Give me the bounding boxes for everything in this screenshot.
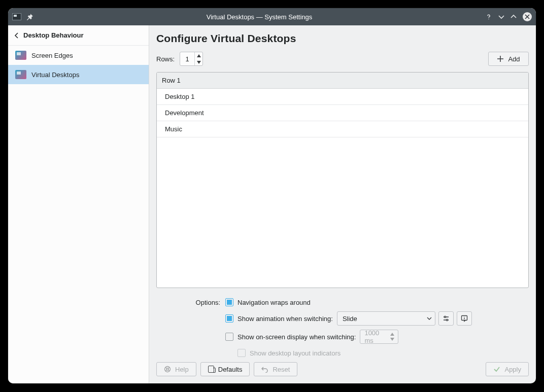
titlebar: Virtual Desktops — System Settings bbox=[8, 8, 536, 25]
show-layout-label: Show desktop layout indicators bbox=[250, 349, 341, 357]
about-animation-button[interactable] bbox=[457, 311, 472, 326]
sidebar: Desktop Behaviour Screen Edges Virtual D… bbox=[8, 25, 149, 383]
maximize-icon[interactable] bbox=[511, 14, 517, 20]
minimize-icon[interactable] bbox=[498, 14, 504, 20]
sliders-icon bbox=[443, 315, 450, 322]
animation-select-value: Slide bbox=[343, 315, 424, 323]
show-anim-checkbox[interactable] bbox=[225, 314, 233, 323]
show-anim-label: Show animation when switching: bbox=[237, 315, 333, 323]
svg-point-6 bbox=[166, 368, 168, 370]
list-item[interactable]: Music bbox=[157, 121, 528, 137]
osd-duration-spinbox: 1000 ms bbox=[360, 330, 398, 344]
undo-icon bbox=[261, 366, 268, 373]
sidebar-item-label: Virtual Desktops bbox=[31, 71, 79, 79]
chevron-left-icon bbox=[14, 32, 19, 39]
reset-button[interactable]: Reset bbox=[254, 362, 297, 376]
main-panel: Configure Virtual Desktops Rows: 1 Add bbox=[149, 25, 536, 383]
show-layout-checkbox bbox=[237, 349, 246, 357]
sidebar-item-screen-edges[interactable]: Screen Edges bbox=[8, 46, 149, 65]
app-menu-icon[interactable] bbox=[12, 13, 21, 20]
options-section: Options: Navigation wraps around Show an… bbox=[156, 294, 529, 361]
screen-edges-icon bbox=[15, 51, 26, 60]
dialog-buttons: Help Defaults Reset Apply bbox=[156, 362, 529, 376]
rows-label: Rows: bbox=[156, 55, 175, 63]
add-button-label: Add bbox=[508, 55, 520, 63]
list-item[interactable]: Development bbox=[157, 105, 528, 121]
add-button[interactable]: Add bbox=[488, 52, 529, 66]
plus-icon bbox=[497, 55, 504, 62]
svg-point-0 bbox=[488, 19, 489, 19]
breadcrumb[interactable]: Desktop Behaviour bbox=[8, 25, 149, 46]
animation-select[interactable]: Slide bbox=[337, 311, 435, 326]
lifebuoy-icon bbox=[164, 366, 171, 373]
rows-value: 1 bbox=[180, 55, 194, 63]
window: Virtual Desktops — System Settings bbox=[8, 8, 536, 383]
nav-wraps-checkbox[interactable] bbox=[225, 298, 233, 306]
help-button[interactable]: Help bbox=[156, 362, 196, 376]
page-title: Configure Virtual Desktops bbox=[156, 32, 529, 45]
options-label: Options: bbox=[156, 299, 225, 306]
sidebar-item-label: Screen Edges bbox=[31, 52, 73, 59]
svg-point-4 bbox=[464, 316, 464, 317]
sidebar-item-virtual-desktops[interactable]: Virtual Desktops bbox=[8, 65, 149, 84]
check-icon bbox=[493, 366, 500, 373]
defaults-icon bbox=[208, 366, 214, 373]
close-button[interactable] bbox=[523, 12, 532, 21]
configure-animation-button[interactable] bbox=[438, 311, 454, 326]
list-group-header: Row 1 bbox=[157, 73, 528, 89]
show-osd-checkbox[interactable] bbox=[225, 333, 233, 341]
chevron-down-icon bbox=[427, 316, 432, 321]
osd-duration-value: 1000 ms bbox=[364, 329, 389, 344]
info-box-icon bbox=[461, 315, 468, 322]
apply-button[interactable]: Apply bbox=[486, 362, 529, 376]
show-osd-label: Show on-screen display when switching: bbox=[237, 333, 356, 341]
help-icon[interactable] bbox=[485, 13, 492, 20]
rows-step-down[interactable] bbox=[195, 59, 202, 65]
rows-spinbox[interactable]: 1 bbox=[180, 52, 203, 66]
desktops-list: Row 1 Desktop 1 Development Music bbox=[156, 72, 529, 288]
defaults-button[interactable]: Defaults bbox=[200, 362, 250, 376]
window-title: Virtual Desktops — System Settings bbox=[39, 13, 480, 21]
rows-step-up[interactable] bbox=[195, 52, 202, 59]
breadcrumb-label: Desktop Behaviour bbox=[23, 31, 83, 39]
virtual-desktops-icon bbox=[15, 70, 26, 79]
list-item[interactable]: Desktop 1 bbox=[157, 89, 528, 105]
pin-icon[interactable] bbox=[26, 13, 33, 20]
svg-point-2 bbox=[446, 319, 448, 320]
nav-wraps-label: Navigation wraps around bbox=[237, 299, 311, 306]
svg-point-1 bbox=[444, 316, 446, 317]
